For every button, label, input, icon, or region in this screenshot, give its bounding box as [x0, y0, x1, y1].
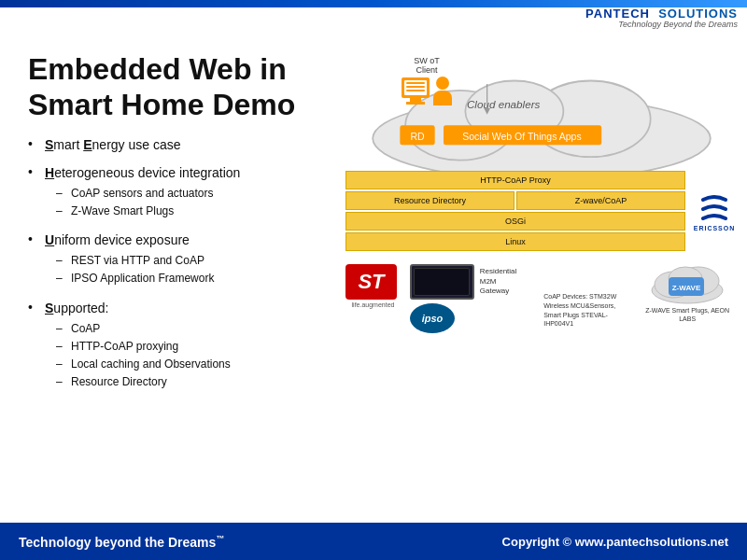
sub-3-1: REST via HTTP and CoAP [52, 252, 327, 270]
gateway-box [410, 264, 474, 300]
stack-linux: Linux [345, 232, 685, 251]
ericsson-icon [696, 192, 733, 225]
stack-area: HTTP-CoAP Proxy Resource Directory Z-wav… [345, 171, 738, 253]
sub-3-2: IPSO Application Framework [52, 270, 327, 287]
main-content: Embedded Web in Smart Home Demo Smart En… [0, 42, 747, 523]
stack-proxy: HTTP-CoAP Proxy [345, 171, 685, 189]
logo-pantech: pANTECH SOLUTIONS [585, 7, 738, 21]
logo-solutions: SOLUTIONS [658, 7, 738, 21]
left-panel: Embedded Web in Smart Home Demo Smart En… [0, 42, 345, 523]
stack-boxes: HTTP-CoAP Proxy Resource Directory Z-wav… [345, 171, 685, 253]
bullet-2-sublist: CoAP sensors and actuators Z-Wave Smart … [52, 185, 327, 220]
st-label: life.augmented [345, 301, 401, 308]
sub-4-1: CoAP [52, 320, 327, 338]
st-device: ST life.augmented [345, 264, 401, 308]
zwave-device: Z-WAVE Z-WAVE Smart Plugs, AEON LABS [637, 264, 738, 323]
bullet-4-sublist: CoAP HTTP-CoAP proxying Local caching an… [52, 320, 327, 392]
stack-rd: Resource Directory [345, 191, 514, 210]
bullet-2-text: Heterogeneous device integration [45, 165, 240, 180]
bullet-3-sublist: REST via HTTP and CoAP IPSO Application … [52, 252, 327, 287]
sub-4-3: Local caching and Observations [52, 356, 327, 373]
footer-left: Technology beyond the Dreams™ [19, 534, 224, 550]
diagram-top: SW oTClient [345, 51, 738, 182]
bullet-4: Supported: CoAP HTTP-CoAP proxying Local… [28, 300, 327, 392]
person-icon [433, 77, 452, 105]
sub-4-4: Resource Directory [52, 373, 327, 391]
sub-2-1: CoAP sensors and actuators [52, 185, 327, 203]
stack-zwave: Z-wave/CoAP [516, 191, 685, 210]
gateway-device: Residential M2MGateway ipso [410, 264, 534, 333]
stack-osgi: OSGi [345, 212, 685, 231]
ericsson-text: ERICSSON [694, 225, 736, 231]
sub-4-2: HTTP-CoAP proxying [52, 338, 327, 356]
logo-pantech-text: pANTECH [585, 7, 650, 21]
svg-text:Z-WAVE: Z-WAVE [672, 284, 701, 292]
logo-area: pANTECH SOLUTIONS Technology Beyond the … [585, 7, 738, 30]
footer-right: Copyright © www.pantechsolutions.net [502, 535, 728, 549]
sub-2-2: Z-Wave Smart Plugs [52, 203, 327, 220]
bullet-3-text: Uniform device exposure [45, 232, 190, 247]
bullet-1-text: Smart Energy use case [45, 137, 181, 152]
svg-text:Cloud enablers: Cloud enablers [467, 98, 541, 110]
right-panel: SW oTClient [345, 42, 747, 523]
devices-row: ST life.augmented Residential M2MGateway… [345, 264, 738, 333]
footer: Technology beyond the Dreams™ Copyright … [0, 523, 747, 560]
bullet-4-text: Supported: [45, 301, 109, 315]
st-logo: ST [345, 264, 397, 300]
zwave-cloud-shape: Z-WAVE [650, 264, 725, 306]
monitor-icon [402, 77, 430, 98]
swot-icons [402, 77, 452, 105]
svg-text:RD: RD [410, 131, 425, 142]
swot-area: SW oTClient [402, 56, 452, 105]
bullet-2: Heterogeneous device integration CoAP se… [28, 164, 327, 220]
slide-title: Embedded Web in Smart Home Demo [28, 51, 327, 123]
gateway-label: Residential M2MGateway [480, 267, 534, 296]
ericsson-logo: ERICSSON [691, 171, 738, 253]
zwave-label: Z-WAVE Smart Plugs, AEON LABS [637, 306, 738, 323]
monitor-icon-container [402, 77, 430, 105]
svg-text:Social Web Of Things Apps: Social Web Of Things Apps [462, 131, 581, 142]
ipso-logo: ipso [410, 303, 455, 333]
logo-tagline: Technology Beyond the Dreams [585, 21, 738, 30]
bullet-list: Smart Energy use case Heterogeneous devi… [28, 136, 327, 392]
coap-label: CoAP Devices: STM32WWireless MCU&Sensors… [543, 292, 627, 329]
bullet-1: Smart Energy use case [28, 136, 327, 153]
swot-label: SW oTClient [402, 56, 452, 75]
bullet-3: Uniform device exposure REST via HTTP an… [28, 231, 327, 287]
stack-split: Resource Directory Z-wave/CoAP [345, 191, 685, 210]
